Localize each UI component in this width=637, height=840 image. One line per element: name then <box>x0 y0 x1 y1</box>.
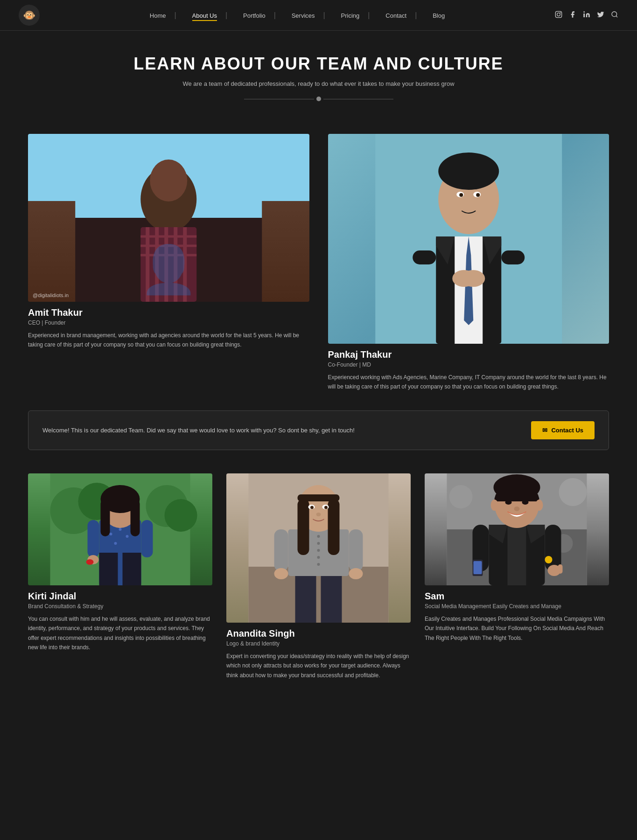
amit-watermark: @digitalidiots.in <box>33 292 69 298</box>
svg-point-62 <box>317 542 320 545</box>
twitter-icon <box>597 11 604 18</box>
svg-point-63 <box>317 549 320 552</box>
pankaj-name: Pankaj Thakur <box>328 349 609 360</box>
svg-point-100 <box>491 500 498 511</box>
svg-point-49 <box>119 528 122 531</box>
amit-info: Amit Thakur CEO | Founder Experienced in… <box>28 307 309 350</box>
navigation: 🐵 Home | About Us | Portfolio | Services… <box>0 0 637 31</box>
svg-rect-73 <box>328 499 340 555</box>
facebook-icon <box>569 11 576 18</box>
svg-rect-32 <box>413 250 436 264</box>
svg-point-51 <box>114 542 117 545</box>
sam-photo <box>425 473 609 585</box>
nav-links: Home | About Us | Portfolio | Services |… <box>150 11 445 20</box>
pankaj-photo-svg <box>328 134 609 344</box>
amit-photo-svg <box>28 134 309 302</box>
contact-banner: Welcome! This is our dedicated Team. Did… <box>28 410 609 450</box>
nav-home[interactable]: Home <box>150 12 166 19</box>
svg-point-30 <box>459 193 463 197</box>
hero-subtitle: We are a team of dedicated professionals… <box>9 80 628 87</box>
kirti-info: Kirti Jindal Brand Consultation & Strate… <box>28 591 212 653</box>
instagram-icon <box>555 11 562 18</box>
top-members-row: @digitalidiots.in Amit Thakur CEO | Foun… <box>28 134 609 392</box>
anandita-description: Expert in converting your ideas/strategy… <box>226 652 411 680</box>
svg-point-40 <box>165 499 197 532</box>
svg-point-69 <box>349 568 363 579</box>
facebook-link[interactable] <box>569 11 576 20</box>
kirti-name: Kirti Jindal <box>28 591 212 602</box>
anandita-role: Logo & brand Identity <box>226 640 411 647</box>
svg-point-101 <box>536 500 543 511</box>
svg-point-97 <box>505 500 512 505</box>
svg-point-61 <box>317 535 320 538</box>
bottom-members-row: Kirti Jindal Brand Consultation & Strate… <box>28 473 609 680</box>
amit-photo: @digitalidiots.in <box>28 134 309 302</box>
pankaj-photo <box>328 134 609 344</box>
linkedin-icon <box>583 11 590 18</box>
member-sam: Sam Social Media Management Easily Creat… <box>425 473 609 680</box>
nav-portfolio[interactable]: Portfolio <box>243 12 266 19</box>
hero-title: LEARN ABOUT OUR TEAM AND CULTURE <box>9 54 628 74</box>
svg-rect-67 <box>349 529 363 571</box>
logo[interactable]: 🐵 <box>19 5 40 26</box>
svg-point-27 <box>438 153 499 190</box>
svg-rect-85 <box>508 525 526 585</box>
svg-point-50 <box>126 535 129 538</box>
instagram-link[interactable] <box>555 11 562 20</box>
kirti-photo-svg <box>28 473 212 585</box>
svg-rect-43 <box>123 553 141 585</box>
svg-rect-0 <box>555 11 561 17</box>
anandita-photo <box>226 473 411 623</box>
sam-role: Social Media Management Easily Creates a… <box>425 603 609 610</box>
member-kirti: Kirti Jindal Brand Consultation & Strate… <box>28 473 212 680</box>
anandita-photo-svg <box>226 473 411 623</box>
pankaj-description: Experienced working with Ads Agencies, M… <box>328 373 609 392</box>
logo-icon: 🐵 <box>19 5 40 26</box>
svg-point-99 <box>514 507 520 511</box>
member-anandita: Anandita Singh Logo & brand Identity Exp… <box>226 473 411 680</box>
anandita-info: Anandita Singh Logo & brand Identity Exp… <box>226 628 411 680</box>
pankaj-role: Co-Founder | MD <box>328 361 609 368</box>
divider-dot <box>316 97 321 101</box>
nav-about[interactable]: About Us <box>192 12 217 21</box>
nav-contact[interactable]: Contact <box>385 12 406 19</box>
svg-point-94 <box>545 556 553 563</box>
member-pankaj: Pankaj Thakur Co-Founder | MD Experience… <box>328 134 609 392</box>
svg-rect-42 <box>99 553 118 585</box>
svg-point-65 <box>317 563 320 566</box>
search-icon[interactable] <box>611 11 618 20</box>
hero-divider <box>9 97 628 101</box>
email-icon: ✉ <box>542 427 547 434</box>
anandita-name: Anandita Singh <box>226 628 411 639</box>
svg-point-78 <box>316 513 321 516</box>
svg-rect-89 <box>545 525 561 571</box>
sam-description: Easily Creates and Manages Professional … <box>425 614 609 643</box>
svg-rect-93 <box>558 564 563 574</box>
sam-name: Sam <box>425 591 609 602</box>
svg-rect-53 <box>141 520 153 557</box>
svg-rect-91 <box>474 561 482 574</box>
svg-point-10 <box>150 160 187 201</box>
member-amit: @digitalidiots.in Amit Thakur CEO | Foun… <box>28 134 309 392</box>
nav-pricing[interactable]: Pricing <box>341 12 360 19</box>
svg-rect-3 <box>583 14 585 17</box>
svg-point-76 <box>310 506 314 509</box>
contact-btn-label: Contact Us <box>551 427 583 434</box>
nav-services[interactable]: Services <box>292 12 315 19</box>
svg-point-81 <box>449 485 473 508</box>
nav-blog[interactable]: Blog <box>433 12 445 19</box>
svg-point-31 <box>476 193 480 197</box>
svg-rect-46 <box>101 499 110 536</box>
contact-us-button[interactable]: ✉ Contact Us <box>531 421 595 439</box>
svg-rect-47 <box>131 499 140 536</box>
sam-photo-svg <box>425 473 609 585</box>
pankaj-info: Pankaj Thakur Co-Founder | MD Experience… <box>328 349 609 392</box>
svg-point-82 <box>559 478 587 506</box>
twitter-link[interactable] <box>597 11 604 20</box>
svg-point-5 <box>612 12 617 17</box>
svg-line-6 <box>616 16 617 17</box>
linkedin-link[interactable] <box>583 11 590 20</box>
kirti-photo <box>28 473 212 585</box>
svg-point-2 <box>560 12 561 13</box>
sam-info: Sam Social Media Management Easily Creat… <box>425 591 609 643</box>
